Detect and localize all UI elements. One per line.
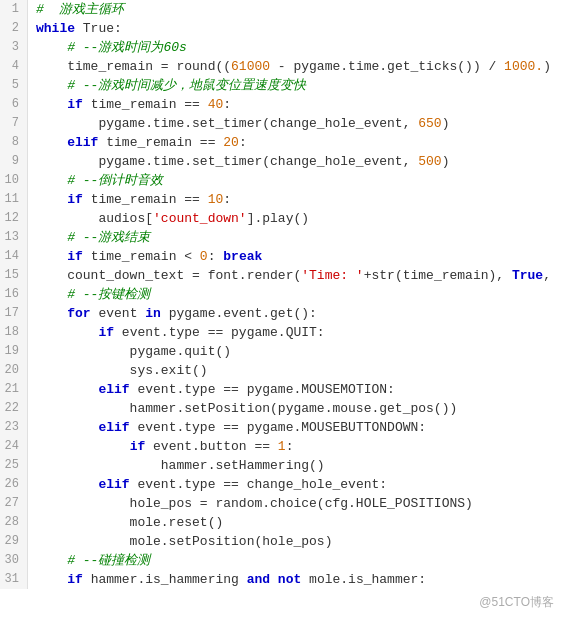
line-number: 23 <box>0 418 28 437</box>
line-number: 9 <box>0 152 28 171</box>
line-number: 13 <box>0 228 28 247</box>
line-number: 29 <box>0 532 28 551</box>
code-token <box>36 439 130 454</box>
code-row: 6 if time_remain == 40: <box>0 95 564 114</box>
code-token: # --游戏结束 <box>36 230 150 245</box>
code-row: 5 # --游戏时间减少，地鼠变位置速度变快 <box>0 76 564 95</box>
code-token: ].play() <box>247 211 309 226</box>
code-token: time_remain == <box>83 97 208 112</box>
line-number: 20 <box>0 361 28 380</box>
line-number: 11 <box>0 190 28 209</box>
code-row: 2while True: <box>0 19 564 38</box>
line-content: if event.button == 1: <box>28 437 564 456</box>
code-token: hammer.setHammering() <box>36 458 325 473</box>
code-row: 27 hole_pos = random.choice(cfg.HOLE_POS… <box>0 494 564 513</box>
line-content: if event.type == pygame.QUIT: <box>28 323 564 342</box>
code-row: 4 time_remain = round((61000 - pygame.ti… <box>0 57 564 76</box>
code-token: True: <box>75 21 122 36</box>
line-content: time_remain = round((61000 - pygame.time… <box>28 57 564 76</box>
code-row: 25 hammer.setHammering() <box>0 456 564 475</box>
line-number: 5 <box>0 76 28 95</box>
code-token: ) <box>442 154 450 169</box>
code-token: and <box>247 572 270 587</box>
code-row: 3 # --游戏时间为60s <box>0 38 564 57</box>
line-number: 3 <box>0 38 28 57</box>
code-token: sys.exit() <box>36 363 208 378</box>
code-token: not <box>270 572 301 587</box>
code-row: 12 audios['count_down'].play() <box>0 209 564 228</box>
line-content: hole_pos = random.choice(cfg.HOLE_POSITI… <box>28 494 564 513</box>
watermark: @51CTO博客 <box>479 594 554 611</box>
code-token: elif <box>98 420 129 435</box>
code-token: break <box>223 249 262 264</box>
code-token: mole.setPosition(hole_pos) <box>36 534 332 549</box>
line-content: # 游戏主循环 <box>28 0 564 19</box>
code-token: - pygame.time.get_ticks()) / <box>270 59 504 74</box>
code-token: pygame.event.get(): <box>161 306 317 321</box>
code-token: event <box>91 306 146 321</box>
line-content: audios['count_down'].play() <box>28 209 564 228</box>
code-token: count_down_text = font.render( <box>36 268 301 283</box>
code-row: 1# 游戏主循环 <box>0 0 564 19</box>
code-token: # --倒计时音效 <box>36 173 163 188</box>
code-token: hammer.is_hammering <box>83 572 247 587</box>
line-content: elif event.type == pygame.MOUSEBUTTONDOW… <box>28 418 564 437</box>
code-row: 14 if time_remain < 0: break <box>0 247 564 266</box>
code-token: 1000. <box>504 59 543 74</box>
code-row: 13 # --游戏结束 <box>0 228 564 247</box>
code-token: hammer.setPosition(pygame.mouse.get_pos(… <box>36 401 457 416</box>
code-token: ) <box>442 116 450 131</box>
code-token: pygame.time.set_timer(change_hole_event, <box>36 154 418 169</box>
line-number: 25 <box>0 456 28 475</box>
code-row: 15 count_down_text = font.render('Time: … <box>0 266 564 285</box>
code-token: event.button == <box>145 439 278 454</box>
line-number: 16 <box>0 285 28 304</box>
line-content: if time_remain == 40: <box>28 95 564 114</box>
code-row: 26 elif event.type == change_hole_event: <box>0 475 564 494</box>
code-row: 11 if time_remain == 10: <box>0 190 564 209</box>
code-editor: 1# 游戏主循环2while True:3 # --游戏时间为60s4 time… <box>0 0 564 619</box>
line-number: 17 <box>0 304 28 323</box>
code-token: if <box>130 439 146 454</box>
line-number: 12 <box>0 209 28 228</box>
code-row: 16 # --按键检测 <box>0 285 564 304</box>
line-number: 22 <box>0 399 28 418</box>
line-content: if time_remain < 0: break <box>28 247 564 266</box>
code-token: event.type == change_hole_event: <box>130 477 387 492</box>
line-number: 26 <box>0 475 28 494</box>
code-lines: 1# 游戏主循环2while True:3 # --游戏时间为60s4 time… <box>0 0 564 589</box>
code-token: ) <box>543 59 551 74</box>
line-content: if time_remain == 10: <box>28 190 564 209</box>
line-content: elif event.type == change_hole_event: <box>28 475 564 494</box>
code-row: 21 elif event.type == pygame.MOUSEMOTION… <box>0 380 564 399</box>
code-row: 31 if hammer.is_hammering and not mole.i… <box>0 570 564 589</box>
code-row: 7 pygame.time.set_timer(change_hole_even… <box>0 114 564 133</box>
line-number: 27 <box>0 494 28 513</box>
code-token: if <box>98 325 114 340</box>
code-token: in <box>145 306 161 321</box>
code-token: +str(time_remain), <box>364 268 512 283</box>
line-number: 28 <box>0 513 28 532</box>
code-token: : <box>223 192 231 207</box>
line-number: 1 <box>0 0 28 19</box>
code-token <box>36 382 98 397</box>
line-content: sys.exit() <box>28 361 564 380</box>
code-token: if <box>67 249 83 264</box>
code-row: 30 # --碰撞检测 <box>0 551 564 570</box>
line-number: 14 <box>0 247 28 266</box>
code-token <box>36 97 67 112</box>
line-content: # --倒计时音效 <box>28 171 564 190</box>
code-token: 'Time: ' <box>301 268 363 283</box>
line-number: 6 <box>0 95 28 114</box>
code-token: # --碰撞检测 <box>36 553 150 568</box>
code-token <box>36 420 98 435</box>
code-token: pygame.time.set_timer(change_hole_event, <box>36 116 418 131</box>
line-content: mole.reset() <box>28 513 564 532</box>
code-token: 500 <box>418 154 441 169</box>
code-token: # <box>36 2 59 17</box>
code-token: event.type == pygame.MOUSEMOTION: <box>130 382 395 397</box>
code-token <box>36 135 67 150</box>
code-token <box>36 192 67 207</box>
line-number: 24 <box>0 437 28 456</box>
code-token: 1 <box>278 439 286 454</box>
